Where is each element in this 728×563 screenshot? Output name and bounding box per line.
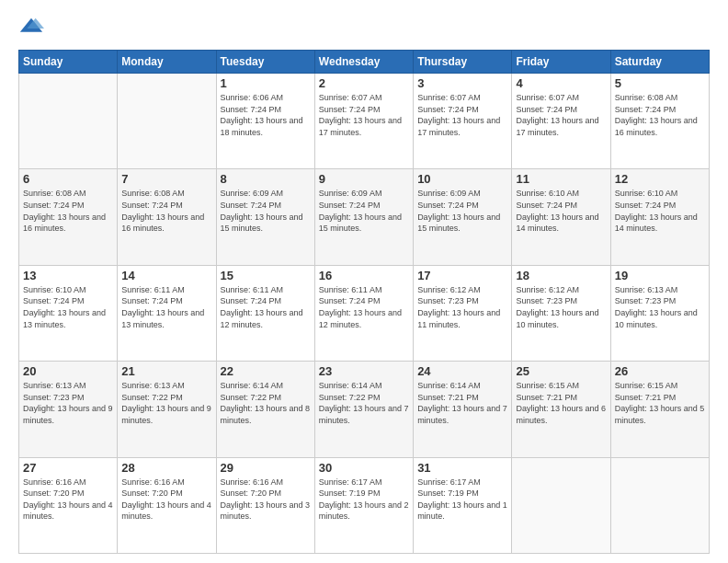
day-info: Sunrise: 6:07 AMSunset: 7:24 PMDaylight:… — [516, 92, 606, 138]
day-info: Sunrise: 6:09 AMSunset: 7:24 PMDaylight:… — [319, 188, 409, 234]
day-number: 6 — [23, 172, 113, 186]
day-info: Sunrise: 6:17 AMSunset: 7:19 PMDaylight:… — [319, 477, 409, 523]
day-number: 29 — [221, 461, 311, 475]
calendar-header-row: SundayMondayTuesdayWednesdayThursdayFrid… — [19, 51, 710, 74]
calendar-cell: 12Sunrise: 6:10 AMSunset: 7:24 PMDayligh… — [610, 169, 709, 265]
day-info: Sunrise: 6:08 AMSunset: 7:24 PMDaylight:… — [615, 92, 705, 138]
day-info: Sunrise: 6:11 AMSunset: 7:24 PMDaylight:… — [121, 284, 211, 330]
day-number: 17 — [417, 269, 507, 282]
day-number: 31 — [417, 461, 507, 475]
calendar-cell: 16Sunrise: 6:11 AMSunset: 7:24 PMDayligh… — [314, 265, 413, 361]
calendar-header-saturday: Saturday — [610, 51, 709, 74]
day-number: 14 — [121, 269, 211, 282]
logo — [18, 15, 48, 40]
day-info: Sunrise: 6:07 AMSunset: 7:24 PMDaylight:… — [319, 92, 409, 138]
calendar-cell: 8Sunrise: 6:09 AMSunset: 7:24 PMDaylight… — [216, 169, 314, 265]
day-number: 19 — [615, 269, 705, 282]
day-number: 5 — [615, 76, 705, 90]
calendar-cell: 4Sunrise: 6:07 AMSunset: 7:24 PMDaylight… — [512, 74, 610, 169]
day-info: Sunrise: 6:12 AMSunset: 7:23 PMDaylight:… — [516, 284, 606, 330]
day-number: 25 — [516, 364, 606, 378]
calendar-table: SundayMondayTuesdayWednesdayThursdayFrid… — [18, 50, 710, 554]
day-info: Sunrise: 6:16 AMSunset: 7:20 PMDaylight:… — [23, 477, 113, 523]
calendar-cell — [118, 74, 216, 169]
day-number: 18 — [516, 269, 606, 282]
calendar-cell: 9Sunrise: 6:09 AMSunset: 7:24 PMDaylight… — [314, 169, 413, 265]
calendar-cell: 1Sunrise: 6:06 AMSunset: 7:24 PMDaylight… — [216, 74, 314, 169]
calendar-cell — [610, 457, 709, 553]
day-info: Sunrise: 6:11 AMSunset: 7:24 PMDaylight:… — [221, 284, 311, 330]
calendar-cell — [19, 74, 118, 169]
calendar-cell: 20Sunrise: 6:13 AMSunset: 7:23 PMDayligh… — [19, 362, 118, 457]
calendar-week-5: 27Sunrise: 6:16 AMSunset: 7:20 PMDayligh… — [19, 457, 710, 553]
header — [18, 15, 710, 40]
calendar-cell: 3Sunrise: 6:07 AMSunset: 7:24 PMDaylight… — [414, 74, 512, 169]
calendar-cell: 2Sunrise: 6:07 AMSunset: 7:24 PMDaylight… — [314, 74, 413, 169]
day-number: 2 — [319, 76, 409, 90]
day-number: 11 — [516, 172, 606, 186]
day-number: 24 — [417, 364, 507, 378]
day-info: Sunrise: 6:12 AMSunset: 7:23 PMDaylight:… — [417, 284, 507, 330]
day-info: Sunrise: 6:09 AMSunset: 7:24 PMDaylight:… — [221, 188, 311, 234]
calendar-header-tuesday: Tuesday — [216, 51, 314, 74]
calendar-cell: 22Sunrise: 6:14 AMSunset: 7:22 PMDayligh… — [216, 362, 314, 457]
day-number: 15 — [221, 269, 311, 282]
calendar-cell: 18Sunrise: 6:12 AMSunset: 7:23 PMDayligh… — [512, 265, 610, 361]
calendar-cell: 17Sunrise: 6:12 AMSunset: 7:23 PMDayligh… — [414, 265, 512, 361]
day-info: Sunrise: 6:13 AMSunset: 7:22 PMDaylight:… — [121, 380, 211, 426]
day-number: 28 — [121, 461, 211, 475]
logo-icon — [18, 15, 44, 40]
day-number: 1 — [221, 76, 311, 90]
day-info: Sunrise: 6:14 AMSunset: 7:22 PMDaylight:… — [319, 380, 409, 426]
page: SundayMondayTuesdayWednesdayThursdayFrid… — [0, 0, 728, 563]
calendar-cell: 11Sunrise: 6:10 AMSunset: 7:24 PMDayligh… — [512, 169, 610, 265]
calendar-cell: 10Sunrise: 6:09 AMSunset: 7:24 PMDayligh… — [414, 169, 512, 265]
calendar-week-1: 1Sunrise: 6:06 AMSunset: 7:24 PMDaylight… — [19, 74, 710, 169]
day-number: 26 — [615, 364, 705, 378]
day-info: Sunrise: 6:10 AMSunset: 7:24 PMDaylight:… — [516, 188, 606, 234]
calendar-header-friday: Friday — [512, 51, 610, 74]
calendar-cell: 25Sunrise: 6:15 AMSunset: 7:21 PMDayligh… — [512, 362, 610, 457]
calendar-cell — [512, 457, 610, 553]
calendar-cell: 5Sunrise: 6:08 AMSunset: 7:24 PMDaylight… — [610, 74, 709, 169]
day-info: Sunrise: 6:08 AMSunset: 7:24 PMDaylight:… — [23, 188, 113, 234]
calendar-cell: 27Sunrise: 6:16 AMSunset: 7:20 PMDayligh… — [19, 457, 118, 553]
day-number: 9 — [319, 172, 409, 186]
calendar-week-3: 13Sunrise: 6:10 AMSunset: 7:24 PMDayligh… — [19, 265, 710, 361]
day-info: Sunrise: 6:15 AMSunset: 7:21 PMDaylight:… — [516, 380, 606, 426]
calendar-week-2: 6Sunrise: 6:08 AMSunset: 7:24 PMDaylight… — [19, 169, 710, 265]
calendar-cell: 28Sunrise: 6:16 AMSunset: 7:20 PMDayligh… — [118, 457, 216, 553]
day-number: 27 — [23, 461, 113, 475]
day-info: Sunrise: 6:13 AMSunset: 7:23 PMDaylight:… — [615, 284, 705, 330]
day-info: Sunrise: 6:06 AMSunset: 7:24 PMDaylight:… — [221, 92, 311, 138]
calendar-cell: 14Sunrise: 6:11 AMSunset: 7:24 PMDayligh… — [118, 265, 216, 361]
calendar-header-monday: Monday — [118, 51, 216, 74]
day-number: 4 — [516, 76, 606, 90]
calendar-cell: 19Sunrise: 6:13 AMSunset: 7:23 PMDayligh… — [610, 265, 709, 361]
calendar-cell: 21Sunrise: 6:13 AMSunset: 7:22 PMDayligh… — [118, 362, 216, 457]
day-number: 20 — [23, 364, 113, 378]
day-info: Sunrise: 6:13 AMSunset: 7:23 PMDaylight:… — [23, 380, 113, 426]
day-number: 10 — [417, 172, 507, 186]
day-number: 13 — [23, 269, 113, 282]
day-info: Sunrise: 6:09 AMSunset: 7:24 PMDaylight:… — [417, 188, 507, 234]
day-number: 21 — [121, 364, 211, 378]
calendar-cell: 23Sunrise: 6:14 AMSunset: 7:22 PMDayligh… — [314, 362, 413, 457]
calendar-cell: 13Sunrise: 6:10 AMSunset: 7:24 PMDayligh… — [19, 265, 118, 361]
day-info: Sunrise: 6:16 AMSunset: 7:20 PMDaylight:… — [221, 477, 311, 523]
day-info: Sunrise: 6:10 AMSunset: 7:24 PMDaylight:… — [23, 284, 113, 330]
calendar-cell: 7Sunrise: 6:08 AMSunset: 7:24 PMDaylight… — [118, 169, 216, 265]
calendar-cell: 24Sunrise: 6:14 AMSunset: 7:21 PMDayligh… — [414, 362, 512, 457]
day-number: 8 — [221, 172, 311, 186]
calendar-cell: 15Sunrise: 6:11 AMSunset: 7:24 PMDayligh… — [216, 265, 314, 361]
calendar-cell: 29Sunrise: 6:16 AMSunset: 7:20 PMDayligh… — [216, 457, 314, 553]
day-info: Sunrise: 6:08 AMSunset: 7:24 PMDaylight:… — [121, 188, 211, 234]
calendar-cell: 6Sunrise: 6:08 AMSunset: 7:24 PMDaylight… — [19, 169, 118, 265]
calendar-header-thursday: Thursday — [414, 51, 512, 74]
day-info: Sunrise: 6:11 AMSunset: 7:24 PMDaylight:… — [319, 284, 409, 330]
calendar-cell: 26Sunrise: 6:15 AMSunset: 7:21 PMDayligh… — [610, 362, 709, 457]
day-info: Sunrise: 6:14 AMSunset: 7:22 PMDaylight:… — [221, 380, 311, 426]
calendar-cell: 31Sunrise: 6:17 AMSunset: 7:19 PMDayligh… — [414, 457, 512, 553]
calendar-header-wednesday: Wednesday — [314, 51, 413, 74]
calendar-week-4: 20Sunrise: 6:13 AMSunset: 7:23 PMDayligh… — [19, 362, 710, 457]
